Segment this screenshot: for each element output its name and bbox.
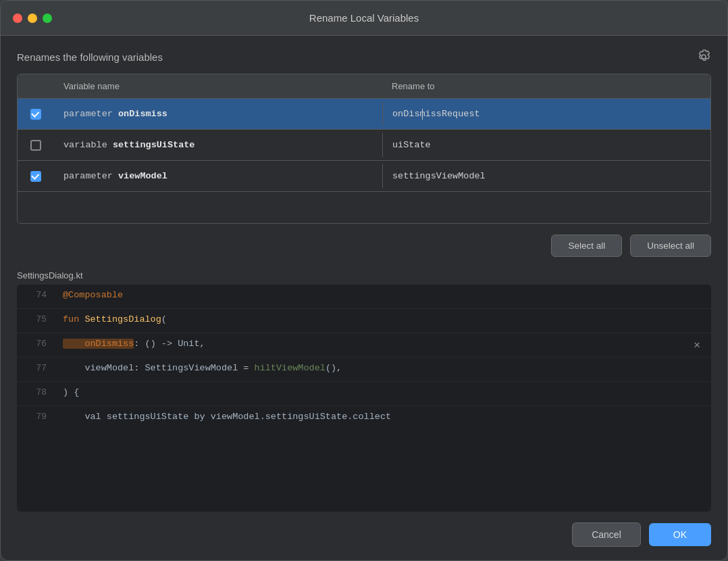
row-rename-value-3: settingsViewModel (382, 164, 710, 188)
line-content: fun SettingsDialog( (53, 309, 711, 330)
header-check-col (18, 74, 54, 98)
title-bar: Rename Local Variables (1, 1, 727, 36)
file-name-label: SettingsDialog.kt (17, 270, 711, 280)
row-checkbox-2[interactable] (18, 140, 54, 151)
row-rename-value-1: onDismissRequest (382, 102, 710, 126)
line-number: 75 (17, 309, 53, 330)
code-preview: 74 @Composable 75 fun SettingsDialog( 76… (17, 285, 711, 512)
header-rename-to: Rename to (382, 74, 710, 98)
code-line-79: 79 val settingsUiState by viewModel.sett… (17, 406, 711, 431)
code-line-74: 74 @Composable (17, 285, 711, 309)
code-line-77: 77 viewModel: SettingsViewModel = hiltVi… (17, 358, 711, 382)
window-controls (13, 14, 52, 23)
unselect-all-button[interactable]: Unselect all (630, 235, 711, 257)
checkbox-1[interactable] (30, 109, 41, 120)
line-content: @Composable (53, 285, 711, 306)
subtitle-row: Renames the following variables (17, 49, 711, 64)
gear-icon[interactable] (696, 49, 711, 64)
row-rename-value-2: uiState (382, 133, 710, 157)
selection-buttons: Select all Unselect all (17, 235, 711, 257)
row-variable-name-2: variable settingsUiState (54, 133, 382, 157)
line-content: ) { (53, 382, 711, 403)
row-variable-name-1: parameter onDismiss (54, 102, 382, 126)
code-line-78: 78 ) { (17, 382, 711, 406)
dialog-content: Renames the following variables Variable… (1, 36, 727, 512)
table-header: Variable name Rename to (18, 74, 710, 99)
line-content: viewModel: SettingsViewModel = hiltViewM… (53, 358, 711, 379)
row-variable-name-3: parameter viewModel (54, 164, 382, 188)
row-checkbox-3[interactable] (18, 171, 54, 182)
minimize-button[interactable] (28, 14, 37, 23)
close-button[interactable] (13, 14, 22, 23)
dialog-footer: Cancel OK (1, 512, 727, 560)
table-row[interactable]: parameter onDismiss onDismissRequest (18, 99, 710, 130)
table-row[interactable]: parameter viewModel settingsViewModel (18, 161, 710, 192)
line-content: onDismiss: () -> Unit, (53, 333, 711, 354)
ok-button[interactable]: OK (649, 523, 711, 546)
line-number: 76 (17, 333, 53, 354)
table-body: parameter onDismiss onDismissRequest var… (18, 99, 710, 223)
empty-table-row (18, 192, 710, 223)
line-number: 77 (17, 358, 53, 379)
checkbox-2[interactable] (30, 140, 41, 151)
line-number: 79 (17, 406, 53, 427)
line-number: 74 (17, 285, 53, 306)
row-checkbox-1[interactable] (18, 109, 54, 120)
variables-table: Variable name Rename to parameter onDism… (17, 74, 711, 224)
checkbox-3[interactable] (30, 171, 41, 182)
header-variable-name: Variable name (54, 74, 382, 98)
close-icon[interactable]: ✕ (694, 340, 700, 351)
line-content: val settingsUiState by viewModel.setting… (53, 406, 711, 427)
select-all-button[interactable]: Select all (551, 235, 622, 257)
line-number: 78 (17, 382, 53, 403)
subtitle-text: Renames the following variables (17, 51, 163, 63)
code-line-75: 75 fun SettingsDialog( (17, 309, 711, 333)
dialog-title: Rename Local Variables (309, 12, 419, 24)
code-line-76: 76 onDismiss: () -> Unit, ✕ (17, 333, 711, 358)
cancel-button[interactable]: Cancel (572, 522, 641, 547)
table-row[interactable]: variable settingsUiState uiState (18, 130, 710, 161)
maximize-button[interactable] (43, 14, 52, 23)
rename-dialog: Rename Local Variables Renames the follo… (0, 0, 728, 561)
